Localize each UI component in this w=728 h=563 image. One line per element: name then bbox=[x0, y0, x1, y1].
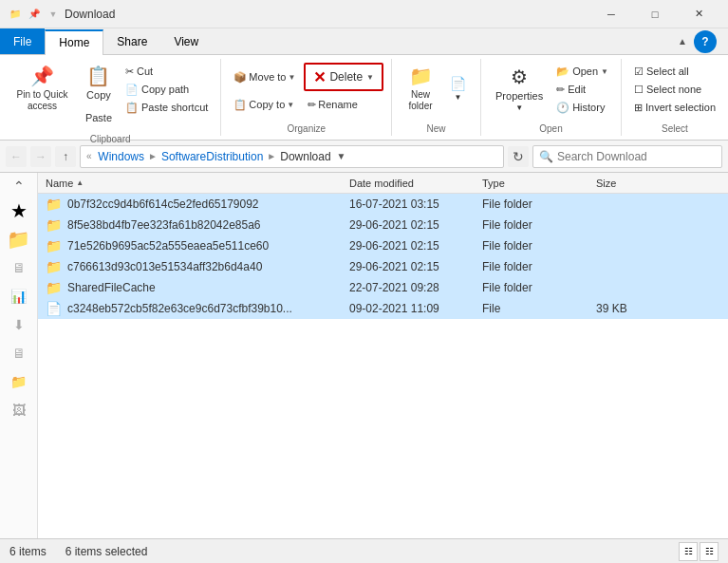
sidebar-item-5[interactable]: ⬇ bbox=[3, 311, 35, 338]
address-bar: ← → ↑ « Windows ► SoftwareDistribution ►… bbox=[0, 141, 728, 173]
delete-button[interactable]: ✕ Delete ▼ bbox=[304, 63, 383, 91]
properties-button[interactable]: ⚙ Properties ▼ bbox=[489, 59, 550, 118]
refresh-button[interactable]: ↻ bbox=[508, 146, 529, 167]
details-view-button[interactable]: ☷ bbox=[679, 542, 698, 561]
up-button[interactable]: ↑ bbox=[55, 146, 76, 167]
tab-home[interactable]: Home bbox=[45, 29, 103, 55]
new-folder-button[interactable]: 📁 Newfolder bbox=[400, 59, 441, 118]
sidebar-item-3[interactable]: 🖥 bbox=[3, 254, 35, 281]
sidebar-item-4[interactable]: 📊 bbox=[3, 283, 35, 310]
tab-view[interactable]: View bbox=[160, 28, 212, 54]
tab-share[interactable]: Share bbox=[103, 28, 160, 54]
cell-name: 📁 c766613d93c013e51534aff32b6d4a40 bbox=[38, 259, 342, 274]
move-to-button[interactable]: 📦 Move to ▼ bbox=[229, 66, 300, 87]
table-row[interactable]: 📁 0b7f32cc9d4b6f614c5e2fed65179092 16-07… bbox=[38, 194, 728, 215]
table-row[interactable]: 📁 71e526b9695ac52a555eaea5e511ce60 29-06… bbox=[38, 235, 728, 256]
sidebar-item-7[interactable]: 📁 bbox=[3, 368, 35, 395]
path-windows[interactable]: Windows bbox=[98, 150, 144, 163]
delete-x-icon: ✕ bbox=[313, 68, 326, 86]
copy-path-icon: 📄 bbox=[125, 84, 139, 96]
select-all-icon: ☑ bbox=[634, 66, 644, 78]
move-icon: 📦 bbox=[233, 71, 247, 84]
copy-icon: 📋 bbox=[86, 65, 110, 87]
close-button[interactable]: ✕ bbox=[677, 0, 720, 28]
forward-button[interactable]: → bbox=[30, 146, 51, 167]
minimize-button[interactable]: ─ bbox=[589, 0, 633, 28]
history-button[interactable]: 🕐 History bbox=[551, 99, 613, 116]
cut-button[interactable]: ✂ Cut bbox=[121, 63, 213, 80]
new-item-button[interactable]: 📄 ▼ bbox=[443, 59, 473, 118]
copy-path-button[interactable]: 📄 Copy path bbox=[121, 81, 213, 98]
rename-button[interactable]: ✏ Rename bbox=[303, 94, 363, 115]
sort-arrow-name: ▲ bbox=[76, 178, 84, 187]
sidebar-item-8[interactable]: 🖼 bbox=[3, 397, 35, 423]
view-icons: ☷ ☷ bbox=[679, 542, 719, 561]
table-row[interactable]: 📁 SharedFileCache 22-07-2021 09:28 File … bbox=[38, 277, 728, 298]
clipboard-group: 📌 Pin to Quick access 📋 Copy Paste ✂ Cut bbox=[0, 59, 221, 136]
help-button[interactable]: ? bbox=[694, 30, 717, 53]
ribbon-collapse-icon[interactable]: ▲ bbox=[675, 36, 690, 47]
select-none-button[interactable]: ☐ Select none bbox=[629, 81, 720, 98]
address-path[interactable]: « Windows ► SoftwareDistribution ► Downl… bbox=[80, 145, 504, 168]
select-all-button[interactable]: ☑ Select all bbox=[629, 63, 720, 80]
pin-to-quick-access-button[interactable]: 📌 Pin to Quick access bbox=[8, 59, 77, 118]
copy-to-dropdown-arrow: ▼ bbox=[287, 101, 294, 109]
back-button[interactable]: ← bbox=[6, 146, 27, 167]
path-dropdown-arrow[interactable]: ▼ bbox=[337, 151, 346, 161]
clipboard-buttons: 📌 Pin to Quick access 📋 Copy Paste ✂ Cut bbox=[8, 59, 213, 132]
table-row[interactable]: 📁 8f5e38bd4fb7ee323fa61b82042e85a6 29-06… bbox=[38, 215, 728, 235]
cut-icon: ✂ bbox=[125, 66, 134, 78]
status-info: 6 items 6 items selected bbox=[9, 545, 147, 558]
pin-icon-title: 📌 bbox=[27, 7, 42, 22]
select-buttons: ☑ Select all ☐ Select none ⊞ Invert sele… bbox=[629, 59, 720, 122]
table-row[interactable]: 📁 c766613d93c013e51534aff32b6d4a40 29-06… bbox=[38, 256, 728, 277]
open-button[interactable]: 📂 Open ▼ bbox=[551, 63, 613, 80]
paste-button[interactable]: Paste bbox=[79, 103, 119, 132]
folder-icon: 📁 bbox=[46, 238, 62, 253]
file-name: c3248eb572cb5f82e63ce9c6d73cfbf39b10... bbox=[67, 302, 292, 315]
copy-button[interactable]: 📋 Copy bbox=[79, 63, 119, 103]
invert-selection-button[interactable]: ⊞ Invert selection bbox=[629, 99, 720, 116]
col-header-size[interactable]: Size bbox=[588, 173, 664, 193]
open-group: ⚙ Properties ▼ 📂 Open ▼ ✏ Edit 🕐 History bbox=[481, 59, 622, 136]
search-icon: 🔍 bbox=[539, 150, 553, 163]
file-name: 71e526b9695ac52a555eaea5e511ce60 bbox=[67, 239, 269, 253]
folder-icon: 📁 bbox=[46, 280, 62, 295]
ribbon-tabs: File Home Share View ▲ ? bbox=[0, 28, 728, 55]
path-softwaredistribution[interactable]: SoftwareDistribution bbox=[161, 150, 263, 163]
folder-icon: 📁 bbox=[46, 259, 62, 274]
cell-date: 22-07-2021 09:28 bbox=[342, 281, 475, 294]
sidebar-expand-arrow[interactable]: ⌃ bbox=[11, 177, 27, 196]
pin-icon: 📌 bbox=[30, 65, 54, 87]
file-name: 8f5e38bd4fb7ee323fa61b82042e85a6 bbox=[67, 218, 261, 232]
large-icons-view-button[interactable]: ☷ bbox=[700, 542, 719, 561]
organize-buttons: 📦 Move to ▼ ✕ Delete ▼ 📋 Copy to ▼ bbox=[229, 59, 383, 122]
folder-icon-title: 📁 bbox=[8, 7, 23, 22]
title-bar: 📁 📌 ▼ Download ─ □ ✕ bbox=[0, 0, 728, 28]
table-row[interactable]: 📄 c3248eb572cb5f82e63ce9c6d73cfbf39b10..… bbox=[38, 298, 728, 319]
col-header-type[interactable]: Type bbox=[475, 173, 588, 193]
sidebar-item-1[interactable]: ★ bbox=[3, 197, 35, 224]
tab-file[interactable]: File bbox=[0, 28, 45, 54]
sidebar-item-2[interactable]: 📁 bbox=[3, 226, 35, 253]
cell-type: File folder bbox=[475, 218, 588, 232]
copy-to-button[interactable]: 📋 Copy to ▼ bbox=[229, 94, 299, 115]
search-input[interactable] bbox=[557, 150, 716, 163]
edit-button[interactable]: ✏ Edit bbox=[551, 81, 613, 98]
col-header-date[interactable]: Date modified bbox=[342, 173, 475, 193]
new-folder-icon: 📁 bbox=[409, 65, 433, 87]
properties-icon: ⚙ bbox=[511, 66, 528, 88]
move-dropdown-arrow: ▼ bbox=[289, 73, 296, 82]
open-dropdown-arrow: ▼ bbox=[601, 67, 608, 76]
cell-name: 📁 8f5e38bd4fb7ee323fa61b82042e85a6 bbox=[38, 217, 342, 233]
col-header-name[interactable]: Name ▲ bbox=[38, 173, 342, 193]
rename-icon: ✏ bbox=[308, 99, 316, 111]
cell-date: 16-07-2021 03:15 bbox=[342, 197, 475, 211]
sidebar-item-6[interactable]: 🖥 bbox=[3, 340, 35, 366]
cell-date: 09-02-2021 11:09 bbox=[342, 302, 475, 315]
path-arrow-2: ► bbox=[267, 151, 276, 161]
undo-icon-title: ▼ bbox=[46, 7, 61, 22]
maximize-button[interactable]: □ bbox=[633, 0, 677, 28]
cell-date: 29-06-2021 02:15 bbox=[342, 218, 475, 232]
paste-shortcut-button[interactable]: 📋 Paste shortcut bbox=[121, 99, 213, 116]
